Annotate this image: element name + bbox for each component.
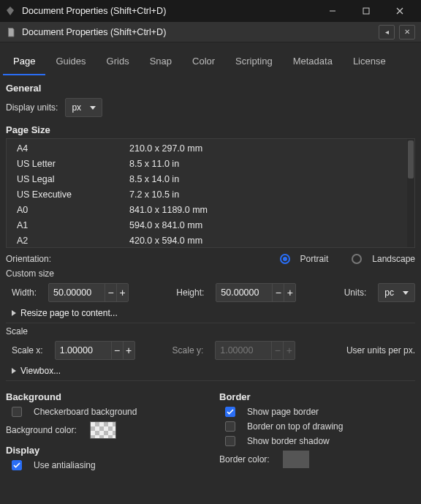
- border-heading: Border: [219, 391, 415, 402]
- panel-menu-button[interactable]: ◂: [379, 25, 395, 40]
- scale-y-spinner: − +: [215, 341, 295, 360]
- tab-color[interactable]: Color: [182, 50, 225, 75]
- scale-y-increment: +: [283, 341, 295, 360]
- maximize-button[interactable]: [349, 0, 383, 22]
- scale-x-increment[interactable]: +: [123, 341, 134, 360]
- show-shadow-checkbox[interactable]: [225, 436, 235, 446]
- width-increment[interactable]: +: [116, 283, 128, 302]
- display-units-value: px: [72, 102, 81, 113]
- landscape-label: Landscape: [372, 254, 415, 264]
- list-item[interactable]: A1594.0 x 841.0 mm: [7, 217, 414, 233]
- display-heading: Display: [6, 445, 202, 456]
- document-icon: [6, 27, 16, 37]
- resize-to-content-expander[interactable]: Resize page to content...: [6, 308, 415, 318]
- width-label: Width:: [12, 287, 37, 298]
- tab-bar: Page Guides Grids Snap Color Scripting M…: [0, 42, 421, 75]
- antialias-label: Use antialiasing: [34, 460, 96, 470]
- scrollbar-thumb[interactable]: [408, 140, 414, 178]
- tab-guides[interactable]: Guides: [45, 50, 96, 75]
- scale-y-label: Scale y:: [172, 345, 204, 356]
- antialias-checkbox[interactable]: [12, 460, 22, 470]
- border-on-top-label: Border on top of drawing: [247, 421, 343, 432]
- units-value: pc: [384, 287, 394, 298]
- scale-x-input[interactable]: [56, 345, 111, 356]
- checkerboard-label: Checkerboard background: [34, 407, 137, 417]
- window-titlebar: Document Properties (Shift+Ctrl+D): [0, 0, 421, 22]
- height-decrement[interactable]: −: [272, 283, 284, 302]
- height-label: Height:: [176, 287, 204, 298]
- portrait-radio[interactable]: [280, 254, 290, 264]
- scale-heading: Scale: [6, 326, 415, 336]
- list-item[interactable]: A4210.0 x 297.0 mm: [7, 140, 414, 156]
- checkerboard-checkbox[interactable]: [12, 407, 22, 417]
- tab-metadata[interactable]: Metadata: [283, 50, 343, 75]
- app-icon: [4, 5, 16, 17]
- panel-header: Document Properties (Shift+Ctrl+D) ◂ ✕: [0, 22, 421, 42]
- tab-license[interactable]: License: [343, 50, 396, 75]
- custom-size-heading: Custom size: [6, 268, 415, 279]
- border-color-label: Border color:: [219, 454, 270, 464]
- units-dropdown[interactable]: pc: [378, 283, 415, 302]
- viewbox-label: Viewbox...: [20, 366, 61, 376]
- height-input[interactable]: [216, 287, 272, 298]
- resize-to-content-label: Resize page to content...: [20, 308, 118, 318]
- scale-y-input: [216, 345, 271, 356]
- list-item[interactable]: US Letter8.5 x 11.0 in: [7, 156, 414, 171]
- units-label: Units:: [344, 287, 367, 298]
- tab-scripting[interactable]: Scripting: [225, 50, 283, 75]
- list-item[interactable]: US Legal8.5 x 14.0 in: [7, 171, 414, 187]
- chevron-down-icon: [90, 106, 96, 110]
- minimize-button[interactable]: [316, 0, 349, 22]
- chevron-down-icon: [403, 291, 409, 295]
- viewbox-expander[interactable]: Viewbox...: [6, 366, 415, 376]
- svg-rect-0: [363, 8, 369, 14]
- width-decrement[interactable]: −: [105, 283, 116, 302]
- bg-color-label: Background color:: [6, 425, 77, 435]
- window-title: Document Properties (Shift+Ctrl+D): [22, 6, 316, 16]
- height-spinner[interactable]: − +: [216, 283, 296, 302]
- scale-x-spinner[interactable]: − +: [55, 341, 135, 360]
- portrait-label: Portrait: [300, 254, 329, 264]
- list-scrollbar[interactable]: [407, 139, 414, 247]
- display-units-label: Display units:: [6, 102, 58, 113]
- page-size-list[interactable]: A4210.0 x 297.0 mm US Letter8.5 x 11.0 i…: [6, 138, 415, 248]
- display-units-dropdown[interactable]: px: [65, 98, 102, 117]
- tab-grids[interactable]: Grids: [96, 50, 140, 75]
- show-border-checkbox[interactable]: [225, 407, 235, 417]
- width-spinner[interactable]: − +: [48, 283, 129, 302]
- panel-close-button[interactable]: ✕: [399, 25, 415, 40]
- general-heading: General: [6, 83, 415, 94]
- border-color-swatch[interactable]: [283, 451, 309, 468]
- tab-snap[interactable]: Snap: [140, 50, 182, 75]
- width-input[interactable]: [49, 287, 105, 298]
- bg-color-swatch[interactable]: [90, 421, 116, 439]
- scale-y-decrement: −: [271, 341, 283, 360]
- landscape-radio[interactable]: [352, 254, 362, 264]
- triangle-right-icon: [12, 310, 16, 316]
- list-item[interactable]: A0841.0 x 1189.0 mm: [7, 202, 414, 217]
- list-item[interactable]: A2420.0 x 594.0 mm: [7, 233, 414, 248]
- page-size-heading: Page Size: [6, 124, 415, 135]
- height-increment[interactable]: +: [284, 283, 295, 302]
- user-units-label: User units per px.: [346, 345, 415, 356]
- scale-x-decrement[interactable]: −: [111, 341, 123, 360]
- list-item[interactable]: US Executive7.2 x 10.5 in: [7, 187, 414, 202]
- close-button[interactable]: [383, 0, 417, 22]
- orientation-label: Orientation:: [6, 254, 273, 264]
- panel-title: Document Properties (Shift+Ctrl+D): [22, 27, 374, 37]
- border-on-top-checkbox[interactable]: [225, 421, 235, 432]
- triangle-right-icon: [12, 368, 16, 374]
- scale-x-label: Scale x:: [12, 345, 43, 356]
- tab-page[interactable]: Page: [3, 50, 45, 75]
- show-border-label: Show page border: [247, 407, 319, 417]
- background-heading: Background: [6, 391, 202, 402]
- show-shadow-label: Show border shadow: [247, 436, 330, 446]
